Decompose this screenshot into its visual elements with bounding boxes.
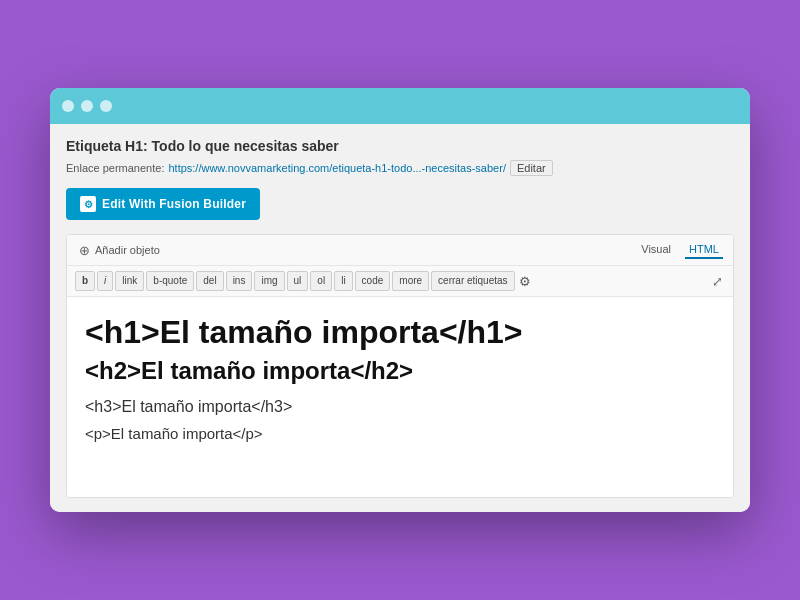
toolbar-li[interactable]: li: [334, 271, 352, 291]
permalink-url[interactable]: https://www.novvamarketing.com/etiqueta-…: [168, 162, 506, 174]
editor-body[interactable]: <h1>El tamaño importa</h1> <h2>El tamaño…: [67, 297, 733, 497]
toolbar-italic[interactable]: i: [97, 271, 113, 291]
permalink-row: Enlace permanente: https://www.novvamark…: [66, 160, 734, 176]
permalink-label: Enlace permanente:: [66, 162, 164, 174]
editor-top-bar: ⊕ Añadir objeto Visual HTML: [67, 235, 733, 266]
fusion-button-label: Edit With Fusion Builder: [102, 197, 246, 211]
window-dot-3: [100, 100, 112, 112]
window-content: Etiqueta H1: Todo lo que necesitas saber…: [50, 124, 750, 512]
toolbar-ol[interactable]: ol: [310, 271, 332, 291]
toolbar-bold[interactable]: b: [75, 271, 95, 291]
tab-visual[interactable]: Visual: [637, 241, 675, 259]
plus-icon: ⊕: [77, 243, 91, 257]
h3-content: <h3>El tamaño importa</h3>: [85, 395, 715, 419]
toolbar-img[interactable]: img: [254, 271, 284, 291]
toolbar-ul[interactable]: ul: [287, 271, 309, 291]
editor-toolbar: b i link b-quote del ins img ul ol li co…: [67, 266, 733, 297]
h1-content: <h1>El tamaño importa</h1>: [85, 313, 715, 351]
fusion-builder-button[interactable]: ⚙ Edit With Fusion Builder: [66, 188, 260, 220]
toolbar-bquote[interactable]: b-quote: [146, 271, 194, 291]
add-object-label: Añadir objeto: [95, 244, 160, 256]
post-title: Etiqueta H1: Todo lo que necesitas saber: [66, 138, 734, 154]
p-content: <p>El tamaño importa</p>: [85, 423, 715, 446]
titlebar: [50, 88, 750, 124]
window-dot-1: [62, 100, 74, 112]
toolbar-cerrar[interactable]: cerrar etiquetas: [431, 271, 514, 291]
toolbar-ins[interactable]: ins: [226, 271, 253, 291]
permalink-edit[interactable]: Editar: [510, 160, 553, 176]
add-object-button[interactable]: ⊕ Añadir objeto: [77, 243, 160, 257]
toolbar-code[interactable]: code: [355, 271, 391, 291]
window-dot-2: [81, 100, 93, 112]
toolbar-link[interactable]: link: [115, 271, 144, 291]
toolbar-more[interactable]: more: [392, 271, 429, 291]
fusion-icon: ⚙: [80, 196, 96, 212]
expand-icon[interactable]: ⤢: [710, 272, 725, 291]
browser-window: Etiqueta H1: Todo lo que necesitas saber…: [50, 88, 750, 512]
h2-content: <h2>El tamaño importa</h2>: [85, 355, 715, 386]
editor-area: ⊕ Añadir objeto Visual HTML b i link b-q…: [66, 234, 734, 498]
toolbar-settings-icon[interactable]: ⚙: [517, 272, 533, 291]
tab-html[interactable]: HTML: [685, 241, 723, 259]
toolbar-del[interactable]: del: [196, 271, 223, 291]
view-tabs: Visual HTML: [637, 241, 723, 259]
